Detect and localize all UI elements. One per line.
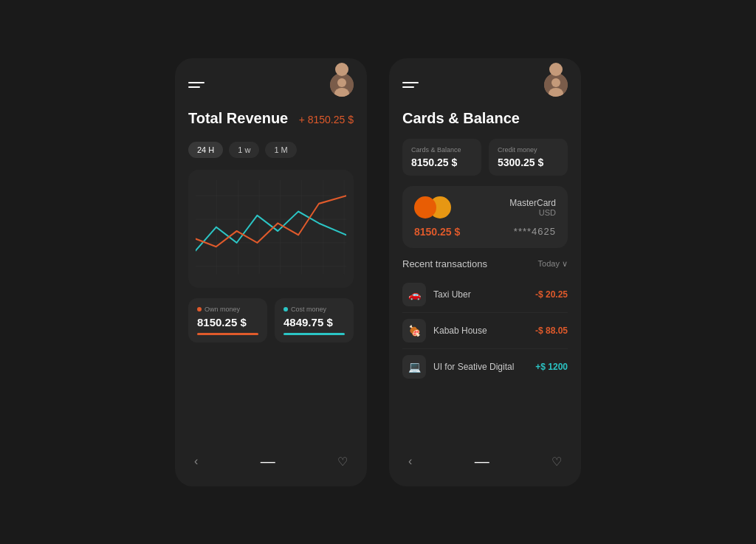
menu-icon[interactable] <box>188 82 205 88</box>
taxi-icon: 🚗 <box>402 283 426 306</box>
credit-money-label: Credit money <box>498 146 559 154</box>
cost-money-label: Cost money <box>284 306 345 313</box>
revenue-card: Total Revenue + 8150.25 $ 24 H 1 w 1 M <box>175 58 367 486</box>
mc-number: ****4625 <box>514 226 556 237</box>
transactions-header: Recent transactions Today ∨ <box>402 258 568 269</box>
balance-heart-button[interactable]: ♡ <box>546 452 568 472</box>
transaction-item-taxi[interactable]: 🚗 Taxi Uber -$ 20.25 <box>402 277 568 313</box>
balance-title: Cards & Balance <box>402 110 568 127</box>
cards-balance-stat: Cards & Balance 8150.25 $ <box>402 139 481 176</box>
revenue-title: Total Revenue <box>188 110 288 127</box>
own-money-dot <box>197 307 202 311</box>
filter-1m[interactable]: 1 M <box>265 142 296 158</box>
balance-card-header <box>402 73 568 97</box>
kabab-icon: 🍖 <box>402 319 426 342</box>
svg-point-15 <box>551 78 560 87</box>
ui-name: UI for Seative Digital <box>433 362 528 372</box>
mc-type: USD <box>509 208 556 217</box>
credit-money-stat: Credit money 5300.25 $ <box>489 139 568 176</box>
filter-1w[interactable]: 1 w <box>229 142 259 158</box>
cards-balance-label: Cards & Balance <box>411 146 472 154</box>
stats-row: Own money 8150.25 $ Cost money 4849.75 $ <box>188 298 354 342</box>
kabab-name: Kabab House <box>433 326 528 336</box>
balance-card: Cards & Balance Cards & Balance 8150.25 … <box>389 58 581 486</box>
balance-stats: Cards & Balance 8150.25 $ Credit money 5… <box>402 139 568 176</box>
transactions-title: Recent transactions <box>402 258 487 269</box>
balance-menu-icon[interactable] <box>402 82 419 88</box>
balance-avatar[interactable] <box>544 73 568 97</box>
app-container: Total Revenue + 8150.25 $ 24 H 1 w 1 M <box>175 58 581 486</box>
mc-top: MasterCard USD <box>414 196 556 218</box>
revenue-amount: + 8150.25 $ <box>299 114 354 125</box>
kabab-amount: -$ 88.05 <box>535 326 568 336</box>
transaction-list: 🚗 Taxi Uber -$ 20.25 🍖 Kabab House -$ 88… <box>402 277 568 385</box>
ui-amount: +$ 1200 <box>535 362 568 372</box>
cost-money-box: Cost money 4849.75 $ <box>275 298 354 342</box>
chart-area: 0 1 2 3 4 5 6 <box>188 170 354 288</box>
cost-money-bar <box>284 333 345 335</box>
mc-bottom: 8150.25 $ ****4625 <box>414 226 556 238</box>
mc-name: MasterCard <box>509 198 556 208</box>
revenue-card-header <box>188 73 354 97</box>
own-money-box: Own money 8150.25 $ <box>188 298 267 342</box>
revenue-header-row: Total Revenue + 8150.25 $ <box>188 110 354 130</box>
transactions-date[interactable]: Today ∨ <box>538 259 568 269</box>
taxi-amount: -$ 20.25 <box>535 289 568 300</box>
footer-dash: — <box>261 453 275 470</box>
avatar[interactable] <box>330 73 354 97</box>
mastercard-widget: MasterCard USD 8150.25 $ ****4625 <box>402 186 568 248</box>
transaction-item-ui[interactable]: 💻 UI for Seative Digital +$ 1200 <box>402 349 568 385</box>
own-money-value: 8150.25 $ <box>197 316 258 328</box>
mastercard-logo <box>414 196 451 218</box>
mc-info: MasterCard USD <box>509 198 556 217</box>
ui-icon: 💻 <box>402 355 426 379</box>
balance-back-button[interactable]: ‹ <box>402 452 418 471</box>
cards-balance-value: 8150.25 $ <box>411 156 472 168</box>
transaction-item-kabab[interactable]: 🍖 Kabab House -$ 88.05 <box>402 313 568 349</box>
taxi-name: Taxi Uber <box>433 289 528 300</box>
cost-money-value: 4849.75 $ <box>284 316 345 328</box>
own-money-label: Own money <box>197 306 258 313</box>
balance-footer-dash: — <box>475 453 489 470</box>
mc-left-circle <box>414 196 436 218</box>
credit-money-value: 5300.25 $ <box>498 156 559 168</box>
filter-24h[interactable]: 24 H <box>188 142 223 158</box>
revenue-card-footer: ‹ — ♡ <box>188 444 354 472</box>
own-money-bar <box>197 333 258 335</box>
time-filters: 24 H 1 w 1 M <box>188 142 354 158</box>
back-button[interactable]: ‹ <box>188 452 204 471</box>
cost-money-dot <box>284 307 288 311</box>
mc-amount: 8150.25 $ <box>414 226 460 238</box>
svg-point-1 <box>337 78 346 87</box>
heart-button[interactable]: ♡ <box>331 452 354 472</box>
balance-card-footer: ‹ — ♡ <box>402 444 568 472</box>
